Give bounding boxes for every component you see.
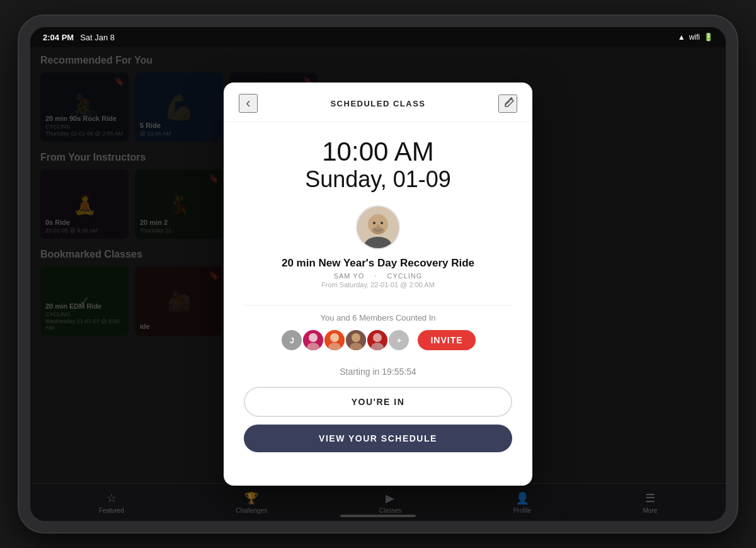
battery-icon: 🔋: [704, 33, 713, 42]
modal-header: ‹ SCHEDULED CLASS: [224, 83, 532, 122]
svg-point-20: [373, 333, 382, 342]
modal-body: 10:00 AM Sunday, 01-09: [224, 122, 532, 467]
member-avatar-3: [323, 329, 346, 351]
modal: ‹ SCHEDULED CLASS 10:00 AM Sunday, 01-09: [224, 83, 532, 486]
class-date: Sunday, 01-09: [305, 166, 451, 193]
view-schedule-button[interactable]: VIEW YOUR SCHEDULE: [244, 425, 512, 452]
modal-title: SCHEDULED CLASS: [330, 99, 425, 108]
svg-point-7: [381, 222, 383, 224]
members-row: J: [280, 329, 475, 351]
ipad-frame: 2:04 PM Sat Jan 8 ▲ wifi 🔋 Recommended F…: [19, 16, 737, 532]
member-avatar-1: J: [280, 329, 303, 351]
invite-button[interactable]: INVITE: [418, 330, 475, 350]
class-time: 10:00 AM: [322, 137, 433, 166]
modal-edit-button[interactable]: [498, 94, 517, 113]
members-label: You and 6 Members Counted In: [320, 313, 435, 323]
svg-point-11: [309, 333, 318, 342]
class-name: 20 min New Year's Day Recovery Ride: [282, 257, 474, 270]
class-meta: SAM YO · CYCLING: [330, 272, 427, 280]
status-date: Sat Jan 8: [80, 33, 115, 42]
status-bar: 2:04 PM Sat Jan 8 ▲ wifi 🔋: [30, 27, 726, 47]
wifi-icon: wifi: [689, 33, 700, 42]
meta-dot: ·: [374, 272, 377, 280]
timer-label: Starting in 19:55:54: [244, 367, 512, 377]
member-avatar-6: +: [387, 329, 410, 351]
class-from-date: From Saturday, 22-01-01 @ 2:00 AM: [321, 281, 435, 288]
modal-overlay: ‹ SCHEDULED CLASS 10:00 AM Sunday, 01-09: [30, 47, 726, 521]
class-category: CYCLING: [387, 272, 422, 280]
members-section: You and 6 Members Counted In J: [244, 313, 512, 351]
member-avatar-2: [302, 329, 324, 351]
signal-icon: ▲: [678, 33, 685, 42]
divider-1: [244, 305, 512, 305]
ipad-screen: 2:04 PM Sat Jan 8 ▲ wifi 🔋 Recommended F…: [30, 27, 726, 521]
status-time: 2:04 PM: [43, 33, 74, 42]
youre-in-button[interactable]: YOU'RE IN: [244, 387, 512, 417]
svg-point-6: [373, 222, 375, 224]
instructor-avatar: [356, 205, 400, 249]
member-avatar-4: [345, 329, 367, 351]
svg-point-9: [373, 227, 383, 232]
modal-back-button[interactable]: ‹: [239, 94, 258, 113]
svg-point-17: [352, 333, 360, 342]
timer-section: Starting in 19:55:54 YOU'RE IN VIEW YOUR…: [244, 367, 512, 452]
status-icons: ▲ wifi 🔋: [678, 33, 713, 42]
instructor-name: SAM YO: [334, 272, 365, 280]
member-avatar-5: [366, 329, 389, 351]
svg-point-14: [330, 333, 339, 342]
